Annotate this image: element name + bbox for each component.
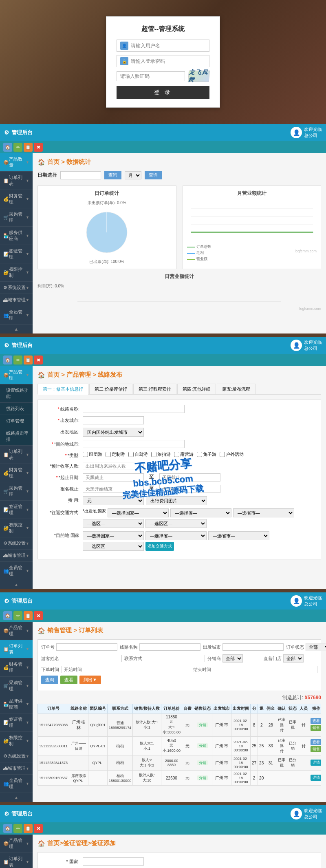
- toolbar-btn-4[interactable]: ✖: [34, 143, 43, 152]
- transport-area-1[interactable]: —选区—: [83, 519, 144, 528]
- sidebar-item-settings[interactable]: ⚙ 系统设置 ▼: [0, 282, 33, 294]
- sidebar-collapse[interactable]: ▲: [0, 325, 33, 334]
- sidebar-order-visa[interactable]: 📝 签证管理 ▼: [0, 713, 33, 732]
- sidebar-collapse-3[interactable]: ▲: [0, 793, 33, 802]
- sidebar-item-visa[interactable]: 📝 签证管理 ▼: [0, 245, 33, 263]
- cb-camp-tour-input[interactable]: [174, 452, 179, 457]
- tab-5[interactable]: 第五:发布流程: [217, 384, 256, 395]
- field-guests[interactable]: [83, 462, 144, 470]
- field-country[interactable]: [83, 857, 144, 866]
- visa-toolbar-btn-2[interactable]: ✏: [13, 824, 22, 833]
- sidebar-item-city-2[interactable]: 🏙 城市管理 ▼: [0, 550, 33, 562]
- filter-customer-input[interactable]: [61, 655, 122, 662]
- sidebar-item-staff[interactable]: 👥 全员管理 ▼: [0, 306, 33, 325]
- action-detail-4[interactable]: 详情: [311, 775, 321, 781]
- sidebar-item-product[interactable]: 📦 产品数量 ▼: [0, 153, 33, 172]
- dest-country[interactable]: —选择国家—: [83, 531, 144, 540]
- filter-store-select[interactable]: 全部: [283, 654, 304, 663]
- order-toolbar-btn-2[interactable]: ✏: [13, 611, 22, 620]
- search-button[interactable]: 查询: [104, 171, 121, 179]
- sidebar-order-settings[interactable]: ⚙ 系统设置 ▼: [0, 750, 33, 762]
- dest-area[interactable]: —选区区—: [83, 542, 144, 551]
- sidebar-order-product[interactable]: 📦 产品管理 ▼: [0, 622, 33, 640]
- sidebar-order-city[interactable]: 🏙 城市管理 ▼: [0, 762, 33, 775]
- cb-rabbit-tour-input[interactable]: [197, 452, 202, 457]
- visa-toolbar-btn-4[interactable]: ✖: [34, 824, 43, 833]
- add-dest-btn[interactable]: 添加交通方式: [145, 542, 174, 551]
- sidebar-item-perm[interactable]: 🔐 权限控制 ▼: [0, 263, 33, 282]
- filter-order-status-select[interactable]: 全部 待确认 已确认 已完成 已取消: [306, 643, 326, 651]
- cb-photo-tour-input[interactable]: [151, 452, 156, 457]
- sidebar-item-finance-2[interactable]: 💰 财务管理 ▼: [0, 464, 33, 482]
- product-toolbar-btn-2[interactable]: ✏: [13, 356, 22, 364]
- action-detail-1[interactable]: 销售: [311, 725, 321, 731]
- sidebar-collapse-2[interactable]: ▲: [0, 580, 33, 589]
- field-deadline[interactable]: [83, 485, 144, 493]
- fee-select-2[interactable]: 出行费用图片: [146, 496, 207, 505]
- captcha-image[interactable]: 龙飞凤舞: [188, 71, 210, 82]
- sidebar-item-order[interactable]: 📋 订单列表 ▼: [0, 172, 33, 190]
- sidebar-item-order-2[interactable]: 📋 订单列表 ▼: [0, 446, 33, 464]
- cb-drive-tour-input[interactable]: [128, 452, 134, 457]
- field-dest-city[interactable]: [83, 440, 185, 448]
- sidebar-item-settings-2[interactable]: ⚙ 系统设置 ▼: [0, 537, 33, 550]
- sidebar-item-city[interactable]: 🏙 城市管理 ▼: [0, 294, 33, 306]
- sidebar-order-supply[interactable]: 🏪 品牌供应商 ▼: [0, 695, 33, 713]
- tab-3[interactable]: 第三:行程程安排: [133, 384, 176, 395]
- start-time-input[interactable]: [62, 666, 188, 673]
- toolbar-btn-1[interactable]: 🏠: [3, 143, 12, 152]
- field-startdate[interactable]: [83, 473, 144, 481]
- order-toolbar-btn-3[interactable]: 📋: [24, 611, 33, 620]
- cb-custom-tour-input[interactable]: [106, 452, 111, 457]
- order-toolbar-btn-1[interactable]: 🏠: [3, 611, 12, 620]
- transport-area-2[interactable]: —选区区—: [145, 519, 207, 528]
- transport-prov-1[interactable]: —选择省—: [170, 508, 231, 517]
- sidebar-order-finance[interactable]: 💰 财务管理 ▼: [0, 658, 33, 677]
- captcha-input[interactable]: [117, 71, 185, 81]
- field-route-name[interactable]: [83, 405, 185, 413]
- sidebar-item-product-2[interactable]: 📦 产品管理 ▼: [0, 366, 33, 384]
- dest-prov[interactable]: —选择省—: [145, 531, 207, 540]
- action-detail-2[interactable]: 销售: [311, 746, 321, 752]
- sidebar-order-order[interactable]: 📋 订单列表 ▼: [0, 640, 33, 658]
- field-enddate[interactable]: [159, 473, 220, 481]
- action-view-2[interactable]: 查看: [311, 739, 321, 745]
- visa-toolbar-btn-1[interactable]: 🏠: [3, 824, 12, 833]
- month-search-button[interactable]: 查询: [145, 171, 162, 179]
- tab-1[interactable]: 第一：修基本信息行: [37, 384, 88, 395]
- password-input[interactable]: [131, 58, 206, 64]
- filter-route-name-input[interactable]: [139, 643, 200, 651]
- sidebar-sub-route[interactable]: 设置线路功能: [0, 384, 33, 403]
- cb-group-tour-input[interactable]: [83, 452, 88, 457]
- end-time-input[interactable]: [191, 666, 317, 673]
- tab-2[interactable]: 第二:价格评估行: [89, 384, 132, 395]
- toolbar-btn-3[interactable]: 📋: [24, 143, 33, 152]
- fee-select-1[interactable]: 元: [83, 496, 144, 505]
- sidebar-order-staff[interactable]: 👥 全员管理 ▼: [0, 775, 33, 793]
- date-input[interactable]: [60, 171, 101, 179]
- order-toolbar-btn-4[interactable]: ✖: [34, 611, 43, 620]
- product-toolbar-btn-1[interactable]: 🏠: [3, 356, 12, 364]
- order-reset-btn[interactable]: 查看: [60, 676, 77, 684]
- field-region[interactable]: 国内国外纯出发城市: [83, 428, 144, 437]
- transport-country-1[interactable]: —选择国家—: [108, 508, 169, 517]
- sidebar-item-staff-2[interactable]: 👥 全员管理 ▼: [0, 562, 33, 580]
- sidebar-sub-ops[interactable]: 线路点击率排: [0, 427, 33, 446]
- order-search-btn[interactable]: 查询: [41, 676, 58, 684]
- sidebar-item-supply[interactable]: 🏪 服务供应商 ▼: [0, 227, 33, 245]
- sidebar-order-perm[interactable]: 🔐 权限控制 ▼: [0, 732, 33, 750]
- sidebar-order-purchase[interactable]: 🛒 采购管理 ▼: [0, 677, 33, 695]
- sidebar-item-finance[interactable]: 💰 财务管理 ▼: [0, 190, 33, 208]
- transport-city-1[interactable]: —选省市—: [233, 508, 294, 517]
- filter-channel-select[interactable]: 全部: [222, 654, 243, 663]
- sidebar-sub-list[interactable]: 线路列表: [0, 403, 33, 415]
- sidebar-item-perm-2[interactable]: 🔐 权限控制 ▼: [0, 519, 33, 537]
- field-deadline-end[interactable]: [159, 485, 220, 493]
- action-view-1[interactable]: 查看: [311, 718, 321, 724]
- product-toolbar-btn-3[interactable]: 📋: [24, 356, 33, 364]
- filter-order-no-input[interactable]: [56, 643, 117, 651]
- toolbar-btn-2[interactable]: ✏: [13, 143, 22, 152]
- month-select[interactable]: 月: [125, 171, 141, 179]
- filter-contact-input[interactable]: [144, 655, 205, 662]
- sidebar-item-purchase[interactable]: 🛒 采购管理 ▼: [0, 208, 33, 227]
